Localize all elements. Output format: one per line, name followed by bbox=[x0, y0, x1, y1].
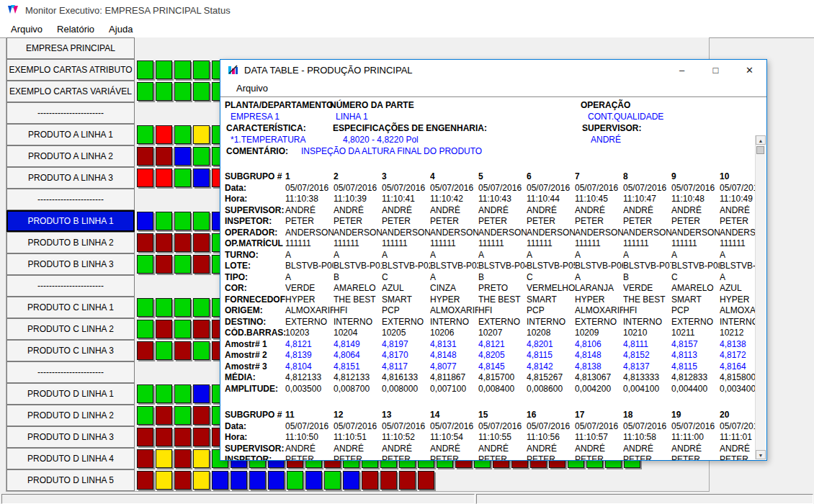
chevron-down-icon[interactable]: ▼ bbox=[756, 450, 766, 459]
table-cell: SMART bbox=[671, 294, 720, 306]
status-cell-green bbox=[193, 298, 210, 317]
table-cell: PETER bbox=[334, 216, 382, 228]
table-row-label: Hora: bbox=[225, 432, 285, 444]
table-row-label: Amostr# 1 bbox=[225, 339, 285, 351]
sidebar-item-exemplo-cartas-atributo[interactable]: EXEMPLO CARTAS ATRIBUTO bbox=[6, 59, 135, 81]
table-cell: 4,813333 bbox=[623, 372, 671, 384]
table-cell: PETER bbox=[478, 216, 527, 228]
status-cell-darkred bbox=[137, 147, 153, 166]
status-cell-green bbox=[174, 125, 191, 144]
sidebar-item-exemplo-cartas-vari-vel[interactable]: EXEMPLO CARTAS VARIÁVEL bbox=[6, 81, 135, 102]
status-cell-green bbox=[193, 341, 210, 360]
table-row-label: TIPO: bbox=[225, 272, 285, 284]
status-cell-darkred bbox=[156, 147, 172, 166]
table-cell: 11:10:57 bbox=[575, 432, 623, 444]
table-cell: 11:10:49 bbox=[720, 194, 759, 205]
table-cell: BLSTVB-P09 bbox=[720, 261, 759, 272]
status-cell-darkred bbox=[418, 471, 434, 490]
sidebar-item-produto-b-linha-3[interactable]: PRODUTO B LINHA 3 bbox=[6, 253, 135, 275]
table-row-label: MÉDIA: bbox=[225, 372, 285, 384]
close-icon[interactable]: ✕ bbox=[733, 60, 766, 80]
subgroup-column-number: 7 bbox=[575, 171, 623, 183]
dialog-titlebar[interactable]: DATA TABLE - PRODUÇÃO PRINCIPAL – □ ✕ bbox=[220, 60, 766, 80]
subgroup-header-label: SUBGRUPO # bbox=[225, 410, 285, 421]
menu-item-ajuda[interactable]: Ajuda bbox=[102, 24, 140, 35]
subgroup-column-number: 20 bbox=[720, 410, 759, 421]
sidebar-item-produto-d-linha-4[interactable]: PRODUTO D LINHA 4 bbox=[6, 448, 135, 469]
table-cell: PETER bbox=[430, 216, 478, 228]
status-cell-blue bbox=[249, 471, 266, 490]
table-cell: ALMOXARIFA bbox=[285, 305, 334, 317]
table-cell: 0,008000 bbox=[382, 384, 430, 395]
status-cell-green bbox=[174, 60, 191, 79]
minimize-icon[interactable]: – bbox=[665, 60, 699, 80]
table-row-origem: ORIGEM:ALMOXARIFAHFIPCPALMOXARIFAHFIPCPA… bbox=[225, 305, 759, 317]
table-cell: 4,8152 bbox=[623, 350, 671, 361]
dialog-vertical-scrollbar[interactable]: ▲ ▼ bbox=[755, 135, 766, 459]
sidebar-separator[interactable]: ----------------------- bbox=[6, 361, 135, 383]
sidebar-item-produto-a-linha-3[interactable]: PRODUTO A LINHA 3 bbox=[6, 167, 135, 189]
chevron-up-icon[interactable]: ▲ bbox=[756, 135, 766, 145]
sidebar-item-empresa-principal[interactable]: EMPRESA PRINCIPAL bbox=[6, 37, 135, 59]
status-cell-green bbox=[137, 255, 153, 274]
table-cell: 4,8138 bbox=[575, 361, 623, 373]
sidebar-item-produto-b-linha-2[interactable]: PRODUTO B LINHA 2 bbox=[6, 232, 135, 253]
sidebar-separator[interactable]: ----------------------- bbox=[6, 102, 135, 124]
table-cell: 4,812133 bbox=[334, 372, 382, 384]
table-cell: 05/07/2016 bbox=[623, 183, 671, 194]
sidebar-item-produto-c-linha-3[interactable]: PRODUTO C LINHA 3 bbox=[6, 340, 135, 361]
table-row-cor: COR:VERDEAMARELOAZULCINZAPRETOVERMELHOLA… bbox=[225, 283, 759, 294]
sidebar-item-produto-c-linha-1[interactable]: PRODUTO C LINHA 1 bbox=[6, 297, 135, 318]
status-cell-darkred bbox=[156, 320, 172, 338]
subgroup-column-number: 19 bbox=[671, 410, 720, 421]
table-cell: ANDRÉ bbox=[720, 444, 759, 455]
table-row-label: OPERADOR: bbox=[225, 228, 285, 239]
table-cell: 11:10:50 bbox=[285, 432, 334, 444]
table-cell: 11:10:41 bbox=[382, 194, 430, 205]
dialog-menu-item-arquivo[interactable]: Arquivo bbox=[229, 83, 275, 94]
table-cell: 111111 bbox=[720, 238, 759, 250]
table-cell: 11:10:51 bbox=[334, 432, 382, 444]
subgroup-column-number: 15 bbox=[478, 410, 527, 421]
sidebar-item-produto-d-linha-5[interactable]: PRODUTO D LINHA 5 bbox=[6, 469, 135, 491]
table-cell: PCP bbox=[527, 305, 575, 317]
table-row-label: Amostr# 2 bbox=[225, 350, 285, 361]
status-cell-darkred bbox=[137, 428, 153, 446]
status-cell-green bbox=[156, 298, 172, 317]
table-cell: ANDRÉ bbox=[575, 205, 623, 217]
table-cell: BLSTVB-P06 bbox=[575, 261, 623, 272]
sidebar-item-produto-a-linha-1[interactable]: PRODUTO A LINHA 1 bbox=[6, 124, 135, 145]
maximize-icon[interactable]: □ bbox=[699, 60, 733, 80]
table-cell: BLSTVB-P05 bbox=[527, 261, 575, 272]
scrollbar-thumb[interactable] bbox=[756, 146, 764, 154]
status-cell-blue bbox=[137, 212, 153, 230]
sidebar-item-produto-d-linha-3[interactable]: PRODUTO D LINHA 3 bbox=[6, 426, 135, 448]
table-cell: PETER bbox=[478, 454, 527, 460]
sidebar-item-produto-d-linha-2[interactable]: PRODUTO D LINHA 2 bbox=[6, 405, 135, 426]
sidebar-item-produto-b-linha-1[interactable]: PRODUTO B LINHA 1 bbox=[6, 210, 135, 232]
status-cell-green bbox=[137, 298, 153, 317]
table-cell: 4,815700 bbox=[478, 372, 527, 384]
status-cell-darkred bbox=[193, 320, 210, 338]
table-cell: SMART bbox=[527, 294, 575, 306]
especificacoes-value: 4,8020 - 4,8220 Pol bbox=[343, 135, 419, 145]
sidebar-item-produto-c-linha-2[interactable]: PRODUTO C LINHA 2 bbox=[6, 318, 135, 340]
table-row-label: COR: bbox=[225, 283, 285, 294]
sidebar-item-produto-d-linha-1[interactable]: PRODUTO D LINHA 1 bbox=[6, 383, 135, 405]
table-cell: ANDRÉ bbox=[334, 205, 382, 217]
status-cell-darkred bbox=[193, 233, 210, 252]
main-titlebar: Monitor Executivo: EMPRESA PRINCIPAL Sta… bbox=[0, 0, 814, 20]
status-cell-green bbox=[287, 471, 303, 490]
menu-item-relat-rio[interactable]: Relatório bbox=[50, 24, 102, 35]
subgroup-column-number: 11 bbox=[285, 410, 334, 421]
table-cell: 4,815800 bbox=[720, 372, 759, 384]
sidebar-separator[interactable]: ----------------------- bbox=[6, 275, 135, 297]
table-cell: PRETO bbox=[478, 283, 527, 294]
table-row-hora: Hora:11:10:5011:10:5111:10:5211:10:5411:… bbox=[225, 432, 759, 444]
sidebar-item-produto-a-linha-2[interactable]: PRODUTO A LINHA 2 bbox=[6, 145, 135, 167]
table-cell: 05/07/2016 bbox=[478, 183, 527, 194]
menu-item-arquivo[interactable]: Arquivo bbox=[4, 24, 50, 35]
table-cell: 10211 bbox=[671, 328, 720, 339]
table-cell: VERDE bbox=[623, 283, 671, 294]
sidebar-separator[interactable]: ----------------------- bbox=[6, 189, 135, 210]
